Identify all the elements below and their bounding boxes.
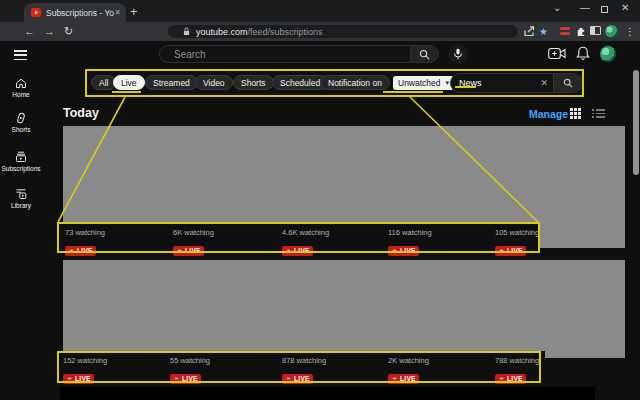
broadcast-icon (391, 247, 398, 254)
live-badge: LIVE (170, 374, 201, 384)
thumbnail-row-2[interactable] (63, 260, 625, 351)
live-badge: LIVE (282, 374, 313, 384)
youtube-profile-avatar[interactable] (600, 46, 616, 62)
browser-tab[interactable]: Subscriptions - YouTube ✕ (24, 3, 126, 22)
sidebar-item-label: Subscriptions (0, 165, 42, 172)
watched-state-dropdown[interactable]: Unwatched ▾ (393, 76, 454, 90)
watching-count: 73 watching (65, 228, 165, 237)
live-video-item[interactable]: 73 watching LIVE (65, 228, 165, 258)
list-view-icon[interactable] (592, 109, 605, 120)
live-video-item[interactable]: 788 watching LIVE (495, 356, 595, 386)
live-badge: LIVE (495, 246, 526, 256)
shorts-icon (15, 112, 27, 124)
url-path: /feed/subscriptions (248, 27, 323, 37)
browser-menu-icon[interactable]: ⋮ (625, 25, 635, 38)
live-badge-label: LIVE (75, 375, 91, 382)
broadcast-icon (66, 375, 73, 382)
broadcast-icon (285, 247, 292, 254)
address-bar[interactable]: youtube.com/feed/subscriptions (168, 25, 518, 38)
watching-count: 116 watching (388, 228, 488, 237)
reload-icon[interactable]: ↻ (64, 25, 73, 38)
annotation-underline-live-chip (112, 91, 141, 93)
window-minimize-icon[interactable]: — (580, 2, 590, 13)
sidebar-item-shorts[interactable]: Shorts (0, 112, 42, 133)
live-badge: LIVE (65, 246, 96, 256)
create-video-icon[interactable] (548, 47, 566, 60)
broadcast-icon (391, 375, 398, 382)
home-icon (15, 77, 27, 89)
subscriptions-icon (15, 151, 27, 163)
live-video-item[interactable]: 2K watching LIVE (388, 356, 488, 386)
tab-close-icon[interactable]: ✕ (114, 8, 121, 17)
filter-chip-streamed[interactable]: Streamed (145, 75, 198, 90)
sidebar-item-label: Home (0, 91, 42, 98)
broadcast-icon (68, 247, 75, 254)
tab-strip: Subscriptions - YouTube ✕ + ⌄ — ✕ (0, 0, 640, 22)
watching-count: 2K watching (388, 356, 488, 365)
guide-menu-icon[interactable] (14, 50, 27, 63)
browser-profile-avatar[interactable] (605, 25, 618, 38)
sidebar-item-home[interactable]: Home (0, 77, 42, 98)
live-badge-label: LIVE (77, 247, 93, 254)
watching-count: 878 watching (282, 356, 382, 365)
live-badge-label: LIVE (294, 247, 310, 254)
live-video-item[interactable]: 152 watching LIVE (63, 356, 163, 386)
feed-filter-search-button[interactable] (553, 74, 582, 92)
back-icon[interactable]: ← (24, 25, 35, 38)
broadcast-icon (285, 375, 292, 382)
side-panel-icon[interactable] (590, 26, 601, 35)
section-title: Today (63, 106, 99, 120)
new-tab-button[interactable]: + (130, 4, 138, 20)
live-video-item[interactable]: 116 watching LIVE (388, 228, 488, 258)
live-video-item[interactable]: 55 watching LIVE (170, 356, 270, 386)
thumbnail-row-1[interactable] (63, 126, 625, 222)
live-badge-label: LIVE (400, 247, 416, 254)
live-video-item[interactable]: 6K watching LIVE (173, 228, 273, 258)
voice-search-button[interactable] (448, 44, 468, 64)
window-maximize-icon[interactable] (601, 6, 608, 13)
search-icon (563, 78, 573, 88)
youtube-search-box[interactable] (159, 45, 411, 63)
watching-count: 788 watching (495, 356, 595, 365)
youtube-search-button[interactable] (411, 45, 439, 63)
extension-red-icon[interactable] (560, 27, 570, 36)
feed-filter-search-input[interactable] (451, 77, 535, 89)
url-text: youtube.com/feed/subscriptions (196, 27, 323, 37)
live-video-item[interactable]: 4.6K watching LIVE (282, 228, 382, 258)
thumbnail-row-3 (60, 387, 595, 400)
youtube-favicon (31, 8, 41, 17)
live-badge-label: LIVE (507, 247, 523, 254)
share-icon[interactable] (523, 26, 535, 37)
filter-chip-video[interactable]: Video (195, 75, 233, 90)
live-badge-label: LIVE (185, 247, 201, 254)
watching-count: 152 watching (63, 356, 163, 365)
filter-chip-live[interactable]: Live (113, 75, 145, 90)
bookmark-star-icon[interactable]: ★ (539, 25, 548, 38)
live-badge-label: LIVE (400, 375, 416, 382)
notifications-bell-icon[interactable] (576, 46, 590, 61)
tab-search-chevron-icon[interactable]: ⌄ (553, 2, 561, 13)
broadcast-icon (498, 247, 505, 254)
sidebar-item-library[interactable]: Library (0, 188, 42, 209)
broadcast-icon (176, 247, 183, 254)
broadcast-icon (173, 375, 180, 382)
youtube-search-input[interactable] (172, 48, 372, 61)
feed-filter-search[interactable]: ✕ (450, 73, 583, 93)
watching-count: 55 watching (170, 356, 270, 365)
clear-search-icon[interactable]: ✕ (535, 78, 553, 88)
manage-button[interactable]: Manage (529, 108, 568, 120)
extension-puzzle-icon[interactable] (575, 26, 586, 37)
live-badge: LIVE (173, 246, 204, 256)
sidebar-item-subscriptions[interactable]: Subscriptions (0, 151, 42, 172)
library-icon (15, 188, 27, 200)
browser-window: Subscriptions - YouTube ✕ + ⌄ — ✕ ← → ↻ … (0, 0, 640, 400)
forward-icon[interactable]: → (44, 25, 55, 38)
filter-chip-shorts[interactable]: Shorts (233, 75, 274, 90)
grid-view-icon[interactable] (570, 108, 583, 119)
filter-chip-notification-on[interactable]: Notification on (320, 75, 390, 90)
search-icon (419, 49, 430, 60)
live-video-item[interactable]: 105 watching LIVE (495, 228, 595, 258)
page-scrollbar[interactable] (633, 70, 639, 175)
live-video-item[interactable]: 878 watching LIVE (282, 356, 382, 386)
window-close-icon[interactable]: ✕ (621, 2, 629, 13)
